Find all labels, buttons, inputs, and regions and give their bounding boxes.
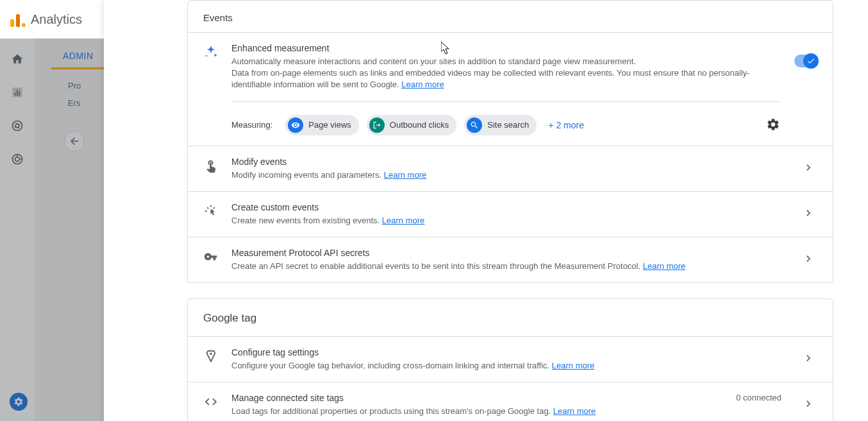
enhanced-desc-1: Automatically measure interactions and c… [231,56,636,66]
eye-icon [288,117,303,133]
chip-page-views: Page views [285,115,358,135]
measurement-protocol-title: Measurement Protocol API secrets [231,248,789,258]
key-icon [203,249,219,264]
stream-details-panel: Events Enhanced measurement Automaticall… [104,0,868,421]
chevron-right-icon [802,161,817,176]
tag-icon [203,348,219,364]
search-icon [467,117,482,133]
chevron-right-icon [802,252,817,268]
measurement-protocol-row[interactable]: Measurement Protocol API secrets Create … [188,237,833,282]
enhanced-measurement-title: Enhanced measurement [231,43,781,53]
chip-outbound-clicks: Outbound clicks [367,115,457,135]
connected-count: 0 connected [736,393,781,402]
create-custom-events-row[interactable]: Create custom events Create new events f… [188,192,833,237]
more-measurements-link[interactable]: + 2 more [548,120,584,130]
measuring-label: Measuring: [231,120,272,130]
chip-site-search: Site search [464,115,537,135]
configure-tag-settings-row[interactable]: Configure tag settings Configure your Go… [188,337,833,382]
enhanced-measurement-row: Enhanced measurement Automatically measu… [188,33,833,146]
custom-learn-more-link[interactable]: Learn more [382,216,424,225]
manage-learn-more-link[interactable]: Learn more [553,406,596,416]
create-custom-events-title: Create custom events [231,202,789,212]
mp-learn-more-link[interactable]: Learn more [643,261,685,271]
configure-tag-title: Configure tag settings [231,347,789,357]
google-tag-section-heading: Google tag [187,298,833,337]
touch-icon [203,158,219,173]
sparkle-icon [203,44,219,60]
modify-events-row[interactable]: Modify events Modify incoming events and… [188,146,833,191]
configure-learn-more-link[interactable]: Learn more [552,361,594,370]
enhanced-measurement-toggle[interactable] [794,55,817,67]
svg-point-3 [210,354,212,355]
enhanced-learn-more-link[interactable]: Learn more [401,80,444,89]
chevron-right-icon [802,352,817,367]
chevron-right-icon [802,207,817,222]
enhanced-desc-2: Data from on-page elements such as links… [231,68,750,89]
chevron-right-icon [802,397,817,413]
code-icon [203,394,219,409]
app-logo: Analytics [10,12,82,27]
events-section-heading: Events [187,0,833,33]
exit-icon [369,117,385,133]
app-name: Analytics [31,12,82,27]
analytics-logo-icon [10,12,26,27]
cursor-click-icon [203,203,219,219]
manage-tags-title: Manage connected site tags [231,393,723,403]
modify-events-title: Modify events [231,157,789,167]
enhanced-settings-button[interactable] [766,117,781,133]
manage-connected-tags-row[interactable]: Manage connected site tags Load tags for… [188,382,833,421]
mouse-cursor [441,42,451,55]
modify-learn-more-link[interactable]: Learn more [384,170,426,180]
